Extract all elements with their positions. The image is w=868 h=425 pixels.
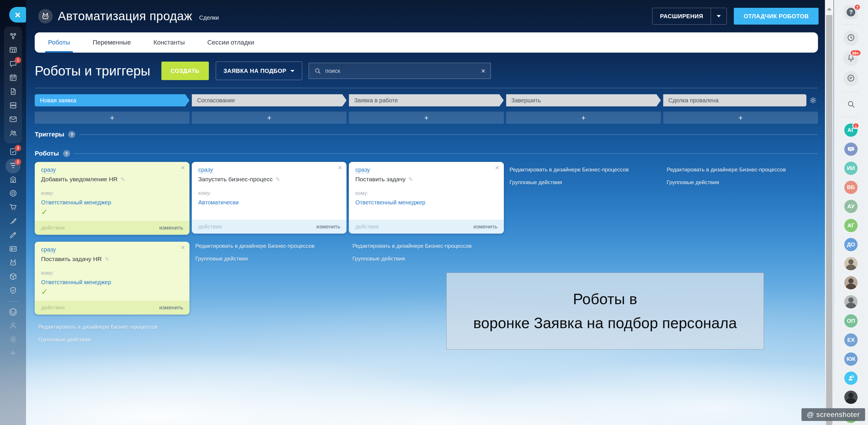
sidebar-item-profile[interactable] [7, 320, 20, 332]
create-button[interactable]: СОЗДАТЬ [161, 62, 209, 80]
group-chat-avatar[interactable] [844, 142, 858, 156]
clear-search-icon[interactable]: × [481, 67, 485, 74]
sidebar-item-automation[interactable] [7, 257, 20, 269]
close-icon[interactable]: × [181, 244, 185, 251]
notifications-button[interactable]: 99+ [843, 51, 859, 66]
user-avatar[interactable]: ЕХ [844, 333, 858, 347]
add-robot-button[interactable]: + [35, 111, 189, 124]
sidebar-item-sales[interactable] [7, 201, 20, 214]
user-avatar[interactable]: АГ1 [844, 124, 858, 137]
sidebar-item-add[interactable] [7, 347, 20, 360]
sidebar-item-workgroups[interactable] [7, 127, 20, 140]
close-icon[interactable]: × [495, 164, 499, 171]
stage-approval[interactable]: Согласование [192, 94, 346, 106]
sidebar-item-sites[interactable] [7, 229, 20, 242]
robot-card[interactable]: × сразу Запустить бизнес-процесс ✎ кому:… [192, 162, 346, 234]
sidebar-item-marketing[interactable] [7, 187, 20, 200]
helpdesk-button[interactable]: ?7 [844, 5, 858, 19]
recipient-link[interactable]: Автоматически [198, 199, 340, 206]
extensions-button[interactable]: РАСШИРЕНИЯ [652, 8, 727, 25]
robot-timing-link[interactable]: сразу [41, 166, 56, 173]
stage-new-request[interactable]: Новая заявка [35, 94, 189, 106]
sidebar-item-settings[interactable] [7, 333, 20, 346]
tab-constants[interactable]: Константы [153, 32, 185, 53]
sidebar-item-calendar[interactable] [7, 72, 20, 85]
help-icon[interactable]: ? [68, 131, 75, 138]
add-robot-button[interactable]: + [192, 111, 346, 124]
edit-pencil-icon[interactable]: ✎ [105, 256, 109, 263]
sidebar-item-mail[interactable] [7, 113, 20, 126]
group-actions-link[interactable]: Групповые действия [195, 256, 346, 262]
user-avatar[interactable]: ЮК [844, 353, 858, 366]
user-avatar[interactable]: ИИ [844, 162, 858, 175]
edit-pencil-icon[interactable]: ✎ [121, 176, 125, 183]
add-robot-button[interactable]: + [506, 111, 661, 124]
add-robot-button[interactable]: + [349, 111, 503, 124]
actions-menu-button[interactable]: действия [355, 224, 379, 230]
tab-debug-sessions[interactable]: Сессии отладки [207, 32, 254, 53]
group-actions-link[interactable]: Групповые действия [352, 256, 503, 262]
plan-button[interactable] [843, 71, 859, 86]
sidebar-item-tasks-board[interactable] [7, 44, 20, 57]
avatar-photo[interactable] [844, 391, 858, 404]
tab-robots[interactable]: Роботы [48, 32, 70, 53]
group-actions-link[interactable]: Групповые действия [38, 336, 189, 343]
bitrix-logo[interactable]: × [9, 7, 26, 23]
avatar-photo[interactable] [844, 257, 858, 270]
robot-card[interactable]: × сразу Поставить задачу ✎ кому: Ответст… [349, 162, 503, 234]
history-button[interactable] [843, 31, 859, 46]
funnel-selector-button[interactable]: ЗАЯВКА НА ПОДБОР [216, 62, 303, 80]
sidebar-item-messenger[interactable]: 1 [7, 58, 20, 70]
sidebar-item-contact-center[interactable] [7, 243, 20, 256]
help-icon[interactable]: ? [63, 150, 70, 157]
edit-pencil-icon[interactable]: ✎ [276, 176, 280, 183]
search-input[interactable] [325, 68, 477, 74]
sidebar-item-crm[interactable]: 2 [7, 160, 20, 172]
robot-card[interactable]: × сразу Поставить задачу HR ✎ кому: Отве… [35, 242, 189, 315]
user-avatar[interactable]: ОП [844, 314, 858, 328]
sidebar-item-drive[interactable] [7, 99, 20, 112]
designer-link[interactable]: Редактировать в дизайнере Бизнес-процесс… [38, 324, 189, 330]
stage-settings-gear-icon[interactable] [809, 97, 817, 105]
edit-pencil-icon[interactable]: ✎ [408, 176, 413, 183]
stage-failed[interactable]: Сделка провалена [663, 94, 806, 106]
avatar-photo[interactable] [844, 276, 858, 289]
actions-menu-button[interactable]: действия [198, 224, 222, 230]
tab-variables[interactable]: Переменные [93, 32, 131, 53]
scrollbar-thumb[interactable] [826, 15, 832, 425]
stage-finish[interactable]: Завершить [506, 94, 661, 106]
sidebar-item-market[interactable] [7, 271, 20, 283]
designer-link[interactable]: Редактировать в дизайнере Бизнес-процесс… [667, 166, 818, 173]
robot-debugger-button[interactable]: ОТЛАДЧИК РОБОТОВ [734, 8, 818, 25]
recipient-link[interactable]: Ответственный менеджер [41, 199, 183, 206]
sidebar-item-sign[interactable] [7, 215, 20, 228]
user-avatar[interactable]: АУ [844, 200, 858, 213]
search-button[interactable] [843, 97, 859, 112]
edit-button[interactable]: изменить [473, 224, 497, 230]
edit-button[interactable]: изменить [316, 224, 340, 230]
robot-timing-link[interactable]: сразу [198, 166, 213, 173]
group-actions-link[interactable]: Групповые действия [667, 179, 818, 186]
robot-card[interactable]: × сразу Добавить уведомление HR ✎ кому: … [35, 162, 189, 235]
robot-timing-link[interactable]: сразу [41, 246, 56, 253]
close-icon[interactable]: × [338, 164, 342, 171]
designer-link[interactable]: Редактировать в дизайнере Бизнес-процесс… [195, 243, 346, 249]
sidebar-item-feed[interactable] [7, 30, 20, 43]
recipient-link[interactable]: Ответственный менеджер [355, 199, 497, 206]
actions-menu-button[interactable]: действия [41, 304, 64, 311]
user-avatar[interactable]: АГ [844, 219, 858, 232]
recipient-link[interactable]: Ответственный менеджер [41, 279, 183, 286]
sidebar-item-company[interactable] [7, 173, 20, 186]
robot-timing-link[interactable]: сразу [355, 166, 370, 173]
edit-button[interactable]: изменить [159, 304, 183, 311]
sidebar-item-security[interactable] [7, 285, 20, 297]
add-robot-button[interactable]: + [663, 111, 818, 124]
edit-button[interactable]: изменить [159, 225, 183, 231]
sidebar-item-documents[interactable] [7, 86, 20, 98]
user-avatar[interactable]: ВБ [844, 181, 858, 194]
sidebar-item-help[interactable]: ? [7, 305, 20, 318]
group-actions-link[interactable]: Групповые действия [509, 179, 661, 186]
user-avatar[interactable]: ДО [844, 238, 858, 251]
actions-menu-button[interactable]: действия [41, 225, 64, 231]
extensions-dropdown-toggle[interactable] [711, 15, 726, 18]
